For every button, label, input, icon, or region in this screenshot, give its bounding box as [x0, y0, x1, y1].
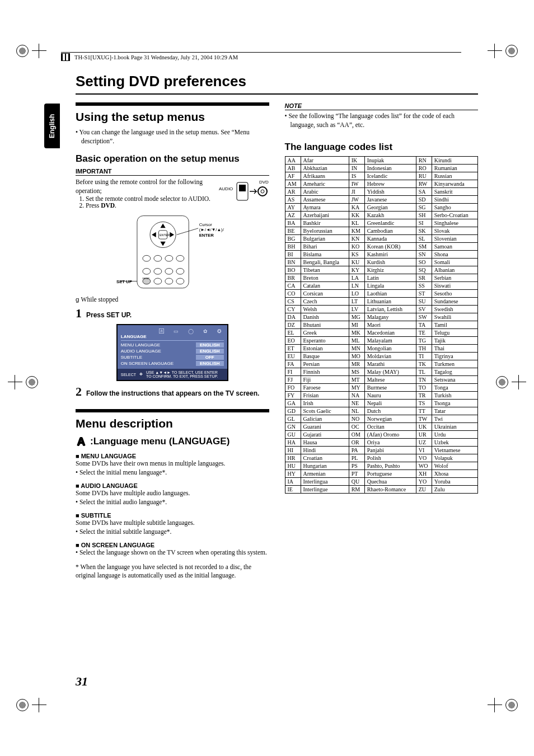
- lang-name: Shona: [432, 251, 477, 259]
- table-row: DADanishMGMalagasySWSwahili: [285, 313, 478, 321]
- note-bullet: See the following “The language codes li…: [285, 112, 479, 129]
- lang-code: IS: [349, 172, 364, 180]
- important-steps: Set the remote control mode selector to …: [76, 195, 213, 209]
- table-row: FJFijiMTMalteseTNSetswana: [285, 376, 478, 384]
- table-row: CSCzechLTLithuanianSUSundanese: [285, 298, 478, 306]
- lang-code: NL: [349, 407, 364, 415]
- lang-name: Macedonian: [364, 329, 416, 337]
- lang-code: WO: [416, 462, 432, 470]
- table-row: DZBhutaniMIMaoriTATamil: [285, 321, 478, 329]
- lang-name: Interlingue: [301, 486, 349, 494]
- lang-name: Setswana: [432, 376, 477, 384]
- lang-name: Rumanian: [432, 165, 477, 172]
- important-intro: Before using the remote control for the …: [76, 178, 213, 195]
- lang-name: Fiji: [301, 376, 349, 384]
- lang-name: Croatian: [301, 454, 349, 462]
- svg-point-17: [154, 269, 162, 275]
- osd-bullet: Select the language shown on the TV scre…: [76, 548, 269, 557]
- lang-name: Russian: [432, 172, 477, 180]
- lang-name: Assamese: [301, 196, 349, 204]
- lang-code: ML: [349, 337, 364, 345]
- lang-name: Ukrainian: [432, 423, 477, 431]
- lang-name: Gujarati: [301, 431, 349, 439]
- language-codes-table: AAAfarIKInupiakRNKirundiABAbkhazianINInd…: [285, 156, 479, 494]
- lang-name: Volapuk: [432, 454, 477, 462]
- lang-code: FJ: [285, 376, 301, 384]
- svg-marker-8: [160, 224, 165, 228]
- lang-name: Pashto, Pushto: [364, 462, 416, 470]
- lang-code: MS: [349, 368, 364, 376]
- table-row: HUHungarianPSPashto, PushtoWOWolof: [285, 462, 478, 470]
- lang-code: MI: [349, 321, 364, 329]
- book-icon: [61, 53, 70, 61]
- table-row: ELGreekMKMacedonianTETelugu: [285, 329, 478, 337]
- while-stopped: While stopped: [76, 295, 269, 304]
- lang-code: UK: [416, 423, 432, 431]
- lang-code: HU: [285, 462, 301, 470]
- table-row: IEInterlingueRMRhaeto-RomanceZUZulu: [285, 486, 478, 494]
- step-number: 1: [76, 306, 82, 321]
- lang-code: MN: [349, 345, 364, 353]
- lang-code: PT: [349, 470, 364, 478]
- lang-name: Marathi: [364, 360, 416, 368]
- lang-code: TR: [416, 392, 432, 400]
- table-row: ASAssameseJWJavaneseSDSindhi: [285, 196, 478, 204]
- lang-name: Hindi: [301, 447, 349, 454]
- table-row: FYFrisianNANauruTRTurkish: [285, 392, 478, 400]
- setup-screen-row: SUBTITLEOFF: [121, 354, 224, 360]
- lang-name: Oriya: [364, 439, 416, 447]
- lang-code: SL: [416, 235, 432, 243]
- lang-name: Portuguese: [364, 470, 416, 478]
- table-row: AAAfarIKInupiakRNKirundi: [285, 157, 478, 165]
- lang-code: TN: [416, 376, 432, 384]
- lang-code: FI: [285, 368, 301, 376]
- lang-code: MG: [349, 313, 364, 321]
- lang-name: Finnish: [301, 368, 349, 376]
- lang-name: Danish: [301, 313, 349, 321]
- svg-marker-10: [152, 232, 156, 237]
- menu-language-heading: MENU LANGUAGE: [76, 453, 269, 459]
- important-step: Set the remote control mode selector to …: [86, 195, 213, 202]
- lang-name: Samoan: [432, 243, 477, 251]
- lang-name: Inupiak: [364, 157, 416, 165]
- lang-code: PL: [349, 454, 364, 462]
- lang-code: KO: [349, 243, 364, 251]
- setup-screen-diagram: 🄰 ▭ ◯ ✿ ✪ LANGUAGE MENU LANGUAGEENGLISHA…: [116, 324, 228, 381]
- lang-code: EL: [285, 329, 301, 337]
- lang-name: Dutch: [364, 407, 416, 415]
- lang-code: MT: [349, 376, 364, 384]
- lang-code: SU: [416, 298, 432, 306]
- table-row: COCorsicanLOLaothianSTSesotho: [285, 290, 478, 298]
- lang-name: Swahili: [432, 313, 477, 321]
- lang-code: TO: [416, 384, 432, 392]
- lang-code: SG: [416, 204, 432, 212]
- table-row: BABashkirKLGreenlandicSISinghalese: [285, 219, 478, 227]
- lang-name: Kurdish: [364, 259, 416, 266]
- table-row: GLGalicianNONorwegianTWTwi: [285, 415, 478, 423]
- lang-code: NE: [349, 400, 364, 407]
- lang-code: SK: [416, 227, 432, 235]
- lang-code: RW: [416, 180, 432, 188]
- lang-name: Uzbek: [432, 439, 477, 447]
- setup-screen-row: AUDIO LANGUAGEENGLISH: [121, 348, 224, 354]
- lang-code: IA: [285, 478, 301, 486]
- lang-name: Sesotho: [432, 290, 477, 298]
- svg-point-22: [154, 278, 162, 284]
- lang-code: BN: [285, 259, 301, 266]
- lang-name: Swedish: [432, 306, 477, 313]
- lang-code: AB: [285, 165, 301, 172]
- lang-code: SA: [416, 188, 432, 196]
- lang-name: Aymara: [301, 204, 349, 212]
- lang-code: KN: [349, 235, 364, 243]
- lang-code: PS: [349, 462, 364, 470]
- lang-code: KK: [349, 212, 364, 219]
- table-row: ETEstonianMNMongolianTHThai: [285, 345, 478, 353]
- lang-code: TL: [416, 368, 432, 376]
- lang-name: Afar: [301, 157, 349, 165]
- lang-name: Latvian, Lettish: [364, 306, 416, 313]
- audio-label: AUDIO: [219, 186, 233, 191]
- lang-name: Malagasy: [364, 313, 416, 321]
- lang-name: Cambodian: [364, 227, 416, 235]
- svg-text:(►/◄/▼/▲)/: (►/◄/▼/▲)/: [199, 227, 224, 232]
- lang-code: IE: [285, 486, 301, 494]
